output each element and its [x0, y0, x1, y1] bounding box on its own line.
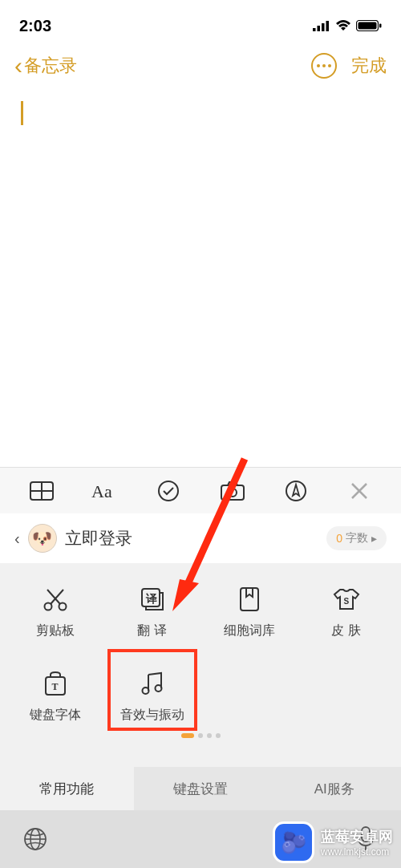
keyboard-font-item[interactable]: T 键盘字体	[6, 670, 103, 724]
markup-button[interactable]	[282, 477, 310, 505]
label: 翻 译	[137, 623, 166, 639]
sound-vibration-item[interactable]: 音效与振动	[103, 670, 200, 724]
svg-rect-3	[326, 21, 330, 31]
skin-item[interactable]: S 皮 肤	[298, 586, 395, 639]
scissors-icon	[42, 586, 69, 613]
music-note-icon	[139, 670, 166, 697]
svg-rect-15	[221, 485, 244, 500]
svg-rect-2	[322, 23, 325, 31]
status-indicators	[313, 20, 382, 31]
wordcount-number: 0	[336, 532, 342, 545]
watermark-url: www.lmkjst.com	[321, 846, 393, 858]
camera-button[interactable]	[219, 477, 246, 505]
page-indicator	[6, 733, 395, 738]
svg-point-9	[328, 64, 331, 67]
wordcount-button[interactable]: 0 字数 ▸	[326, 526, 387, 550]
login-label: 立即登录	[65, 527, 132, 550]
label: 细胞词库	[224, 623, 275, 639]
login-bar: ‹ 🐶 立即登录 0 字数 ▸	[0, 513, 401, 563]
watermark-text: 蓝莓安卓网 www.lmkjst.com	[321, 827, 393, 858]
done-button[interactable]: 完成	[351, 54, 387, 78]
svg-line-22	[51, 590, 63, 604]
translate-item[interactable]: 译 翻 译	[103, 586, 200, 639]
dot	[198, 733, 203, 738]
dot	[216, 733, 221, 738]
svg-rect-0	[313, 28, 316, 31]
translate-icon: 译	[139, 586, 166, 613]
svg-text:译: 译	[145, 592, 158, 605]
thesaurus-item[interactable]: 细胞词库	[200, 586, 298, 639]
signal-icon	[313, 20, 330, 31]
svg-point-8	[322, 64, 326, 67]
nav-bar: ‹ 备忘录 完成	[0, 42, 401, 90]
wordcount-label: 字数	[346, 531, 368, 546]
svg-rect-5	[358, 22, 377, 30]
globe-button[interactable]	[21, 825, 50, 854]
checklist-button[interactable]	[155, 477, 182, 505]
text-format-button[interactable]: Aa	[91, 477, 119, 505]
tab-keyboard-settings[interactable]: 键盘设置	[134, 767, 268, 810]
svg-point-16	[229, 489, 237, 497]
label: 皮 肤	[331, 623, 360, 639]
status-bar: 2:03	[0, 0, 401, 42]
svg-text:T: T	[51, 681, 58, 692]
login-button[interactable]: ‹ 🐶 立即登录	[14, 524, 132, 553]
note-editor[interactable]	[0, 90, 401, 467]
label: 剪贴板	[36, 623, 75, 639]
watermark-logo: 🫐	[273, 821, 314, 863]
label: 键盘字体	[30, 707, 81, 724]
table-button[interactable]	[28, 477, 55, 505]
back-button[interactable]: ‹ 备忘录	[14, 52, 77, 79]
avatar: 🐶	[28, 524, 57, 553]
tshirt-icon: S	[333, 586, 360, 613]
chevron-left-icon: ‹	[14, 529, 20, 548]
svg-point-14	[159, 481, 178, 501]
label: 音效与振动	[120, 707, 184, 724]
svg-text:Aa: Aa	[91, 481, 112, 501]
status-time: 2:03	[19, 17, 51, 35]
font-bag-icon: T	[42, 670, 69, 697]
back-label: 备忘录	[24, 54, 77, 78]
chevron-right-icon: ▸	[371, 532, 377, 545]
text-cursor	[21, 101, 23, 125]
svg-point-7	[317, 64, 320, 67]
nav-right: 完成	[311, 53, 387, 79]
svg-rect-26	[241, 588, 258, 610]
svg-text:S: S	[343, 597, 349, 606]
tab-common[interactable]: 常用功能	[0, 767, 134, 810]
more-button[interactable]	[311, 53, 337, 79]
close-toolbar-button[interactable]	[346, 477, 373, 505]
dot	[207, 733, 212, 738]
dot-active	[181, 733, 194, 738]
watermark: 🫐 蓝莓安卓网 www.lmkjst.com	[265, 817, 401, 868]
bottom-tabs: 常用功能 键盘设置 AI服务	[0, 767, 401, 810]
watermark-title: 蓝莓安卓网	[321, 827, 393, 846]
svg-rect-6	[379, 24, 382, 28]
battery-icon	[356, 20, 382, 31]
tab-ai[interactable]: AI服务	[267, 767, 401, 810]
svg-line-23	[47, 590, 60, 604]
clipboard-item[interactable]: 剪贴板	[6, 586, 103, 639]
wifi-icon	[335, 20, 351, 31]
function-grid: 剪贴板 译 翻 译 细胞词库 S 皮 肤 T 键盘字体	[0, 563, 401, 767]
svg-rect-1	[318, 26, 321, 31]
bookmark-icon	[236, 586, 263, 613]
chevron-left-icon: ‹	[14, 52, 22, 79]
note-toolbar: Aa	[0, 467, 401, 513]
